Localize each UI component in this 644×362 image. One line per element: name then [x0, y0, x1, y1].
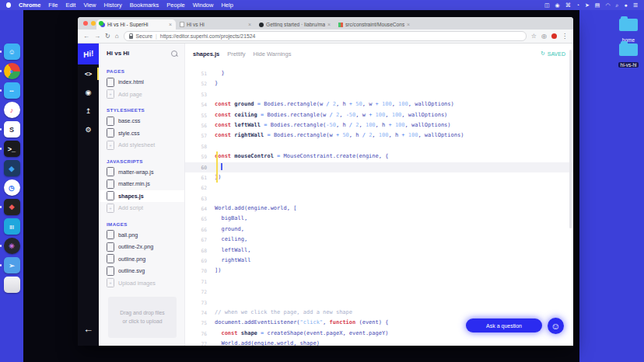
- code-line-62[interactable]: 62: [185, 183, 573, 193]
- menu-item-file[interactable]: File: [48, 2, 58, 9]
- tab-getting-started-liabru-matte[interactable]: Getting started · liabru/matte×: [255, 19, 334, 30]
- clock-icon[interactable]: ◔: [576, 2, 579, 8]
- code-line-70[interactable]: 70]): [185, 266, 573, 276]
- wifi-icon[interactable]: ◠: [605, 2, 610, 9]
- menu-item-view[interactable]: View: [83, 2, 96, 9]
- code-line-72[interactable]: 72: [185, 287, 573, 297]
- code-line-64[interactable]: 64World.add(engine.world, [: [185, 204, 573, 214]
- code-line-71[interactable]: 71: [185, 277, 573, 287]
- reload-icon[interactable]: ↻: [105, 33, 110, 40]
- preview-eye-icon[interactable]: ◉: [78, 83, 99, 102]
- dock-icon-messages[interactable]: •••: [4, 82, 20, 99]
- menu-item-bookmarks[interactable]: Bookmarks: [130, 2, 159, 9]
- sidebar-item-shapes-js[interactable]: shapes.js: [99, 190, 184, 203]
- close-window-button[interactable]: [83, 21, 88, 26]
- sidebar-item-base-css[interactable]: base.css: [99, 115, 184, 127]
- tab-hi-vs-hi[interactable]: Hi vs Hi×: [176, 19, 255, 30]
- code-line-73[interactable]: 73: [185, 298, 573, 308]
- siri-icon[interactable]: ●: [624, 2, 627, 8]
- hide-warnings-button[interactable]: Hide Warnings: [254, 50, 292, 57]
- search-icon[interactable]: [171, 50, 177, 57]
- menu-item-people[interactable]: People: [166, 2, 184, 9]
- sidebar-item-index-html[interactable]: index.html: [99, 76, 184, 89]
- dock-icon-trash[interactable]: [4, 277, 20, 293]
- code-line-54[interactable]: 54const ground = Bodies.rectangle(w / 2,…: [185, 99, 573, 110]
- notification-center-icon[interactable]: ☰: [633, 2, 638, 9]
- upload-icon[interactable]: ➤: [585, 2, 590, 9]
- code-area[interactable]: 51 }52}5354const ground = Bodies.rectang…: [185, 68, 573, 346]
- code-line-77[interactable]: 77 World.add(engine.world, shape): [185, 339, 573, 346]
- extension-badge-icon[interactable]: [551, 33, 557, 39]
- menu-item-history[interactable]: History: [104, 2, 122, 9]
- sidebar-item-add-stylesheet[interactable]: +Add stylesheet: [99, 139, 184, 151]
- zoom-window-button[interactable]: [99, 21, 103, 26]
- code-line-69[interactable]: 69 rightWall: [185, 256, 573, 266]
- code-line-52[interactable]: 52}: [185, 78, 573, 89]
- home-icon[interactable]: ⌂: [115, 33, 119, 40]
- code-line-60[interactable]: 60: [185, 162, 573, 172]
- editor-scrollbar[interactable]: [569, 50, 572, 228]
- back-icon[interactable]: ←: [83, 33, 89, 40]
- dock-icon-music[interactable]: ♪: [4, 102, 20, 118]
- sidebar-item-matter-wrap-js[interactable]: matter-wrap.js: [99, 166, 184, 179]
- sidebar-item-ball-png[interactable]: ball.png: [99, 229, 184, 242]
- bookmark-star-icon[interactable]: ☆: [531, 33, 537, 40]
- publish-upload-icon[interactable]: ↥: [78, 102, 99, 120]
- code-line-55[interactable]: 55const ceiling = Bodies.rectangle(w / 2…: [185, 110, 573, 120]
- code-line-66[interactable]: 66 ground,: [185, 225, 573, 235]
- dock-icon-figma[interactable]: ❖: [4, 199, 20, 215]
- tab-close-icon[interactable]: ×: [327, 22, 331, 27]
- tab-src-constraint-mouseconstra[interactable]: src/constraint/MouseConstra×: [334, 19, 414, 30]
- code-line-63[interactable]: 63: [185, 193, 573, 204]
- address-bar[interactable]: Secure | https://editor.superhi.com/proj…: [124, 31, 527, 41]
- superhi-logo[interactable]: Hi!: [78, 44, 99, 64]
- onepassword-icon[interactable]: ◉: [555, 2, 560, 9]
- minimize-window-button[interactable]: [91, 21, 96, 26]
- code-editor-icon[interactable]: <>: [78, 64, 99, 83]
- code-line-57[interactable]: 57const rightWall = Bodies.rectangle(w +…: [185, 131, 573, 141]
- menu-item-edit[interactable]: Edit: [65, 2, 75, 9]
- dock-icon-photos-app[interactable]: ✳: [4, 238, 20, 254]
- tab-hi-vs-hi-superhi[interactable]: Hi vs Hi - SuperHi×: [96, 19, 176, 30]
- dock-icon-vscode[interactable]: ◆: [4, 160, 20, 176]
- command-icon[interactable]: ⌘: [565, 2, 571, 9]
- code-line-58[interactable]: 58: [185, 141, 573, 151]
- code-line-61[interactable]: 61}): [185, 172, 573, 183]
- code-line-59[interactable]: 59const mouseControl = MouseConstraint.c…: [185, 151, 573, 162]
- code-line-53[interactable]: 53: [185, 89, 573, 99]
- back-arrow-button[interactable]: ←: [78, 323, 99, 335]
- dock-icon-clock-app[interactable]: ◷: [4, 179, 20, 196]
- menu-item-help[interactable]: Help: [221, 2, 233, 9]
- sidebar-item-matter-min-js[interactable]: matter.min.js: [99, 178, 184, 190]
- display-icon[interactable]: ▤: [595, 2, 600, 9]
- file-dropzone[interactable]: Drag and drop files or click to upload: [108, 297, 177, 338]
- code-line-56[interactable]: 56const leftWall = Bodies.rectangle(-50,…: [185, 120, 573, 131]
- search-icon[interactable]: ⌕: [616, 2, 619, 9]
- apple-menu-icon[interactable]: [6, 2, 11, 8]
- desktop-folder-project[interactable]: hi-vs-hi: [613, 44, 644, 70]
- sidebar-item-outline-png[interactable]: outline.png: [99, 253, 184, 266]
- chrome-menu-icon[interactable]: ⋮: [562, 33, 568, 40]
- profile-icon[interactable]: ◎: [541, 33, 547, 40]
- keyboard-icon[interactable]: ◫: [544, 2, 550, 9]
- sidebar-item-outline-2x-png[interactable]: outline-2x.png: [99, 241, 184, 253]
- tab-close-icon[interactable]: ×: [169, 22, 172, 27]
- dock-icon-chrome[interactable]: ●: [4, 63, 20, 79]
- desktop-folder-home[interactable]: home: [613, 19, 644, 45]
- dock-icon-terminal[interactable]: >_: [4, 141, 20, 157]
- menu-item-window[interactable]: Window: [193, 2, 214, 9]
- dock-icon-finder[interactable]: ☺: [4, 44, 20, 60]
- ask-question-button[interactable]: Ask a question: [466, 318, 542, 332]
- dock-icon-music-app[interactable]: ||||: [4, 218, 20, 235]
- code-line-68[interactable]: 68 leftWall,: [185, 245, 573, 256]
- code-line-65[interactable]: 65 bigBall,: [185, 214, 573, 224]
- menu-item-chrome[interactable]: Chrome: [19, 2, 40, 9]
- tab-close-icon[interactable]: ×: [248, 22, 251, 27]
- dock-icon-twitter[interactable]: ➢: [4, 257, 20, 273]
- settings-gear-icon[interactable]: ⚙: [78, 120, 99, 139]
- sidebar-item-style-css[interactable]: style.css: [99, 127, 184, 140]
- sidebar-item-add-page[interactable]: +Add page: [99, 89, 184, 101]
- forward-icon[interactable]: →: [94, 33, 100, 40]
- sidebar-item-add-script[interactable]: +Add script: [99, 202, 184, 214]
- code-line-51[interactable]: 51 }: [185, 68, 573, 78]
